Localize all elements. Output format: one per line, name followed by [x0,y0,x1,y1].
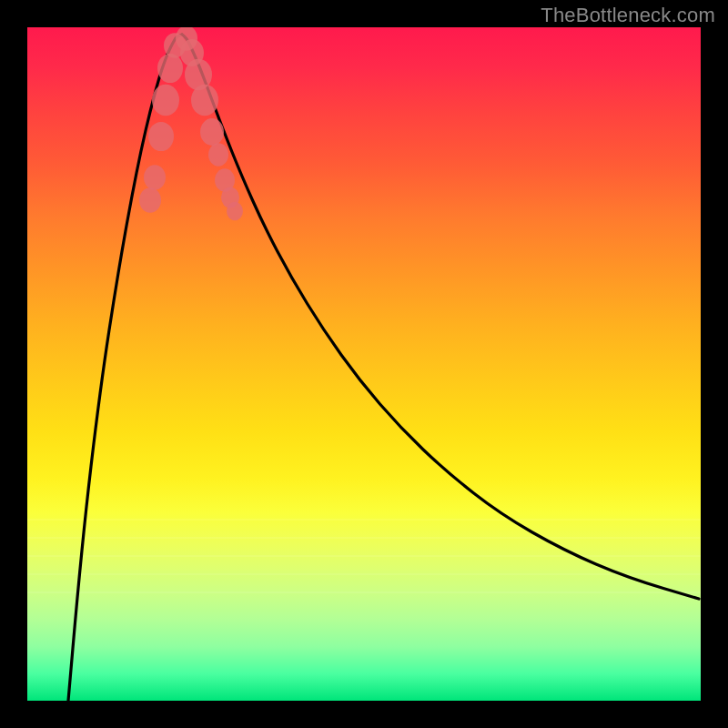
data-bead [191,85,218,116]
data-bead [157,54,183,83]
watermark-text: TheBottleneck.com [541,4,715,27]
data-bead [200,118,224,146]
data-bead [208,143,228,166]
data-bead [144,165,166,190]
beads-group [139,27,243,220]
data-bead [148,122,174,151]
chart-frame: TheBottleneck.com [0,0,728,728]
data-bead [152,85,179,116]
right-curve [182,35,699,599]
data-bead [227,202,243,221]
data-bead [139,187,161,213]
plot-area [27,27,701,701]
curves-svg [27,27,701,701]
